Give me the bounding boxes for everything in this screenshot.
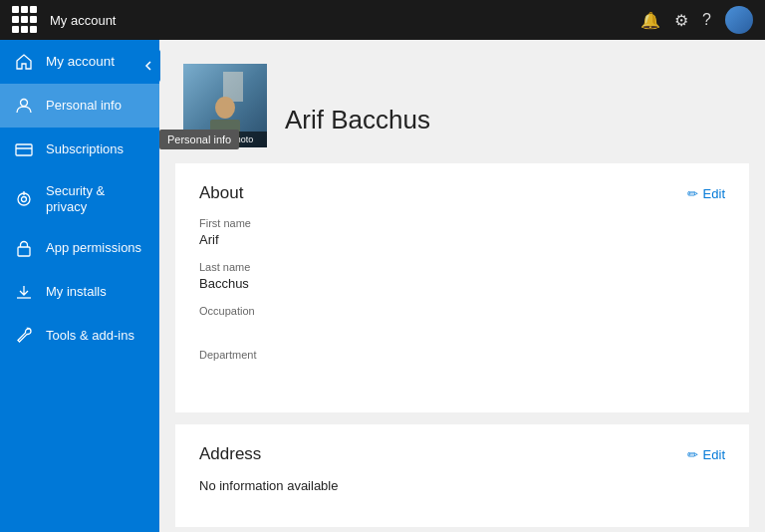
about-edit-button[interactable]: ✏ Edit bbox=[687, 186, 725, 201]
person-icon bbox=[14, 96, 34, 116]
profile-header: Change photo Arif Bacchus bbox=[159, 40, 765, 163]
lastname-label: Last name bbox=[199, 261, 725, 273]
content-area: Personal info bbox=[159, 40, 765, 532]
department-value bbox=[199, 364, 725, 379]
user-avatar[interactable] bbox=[725, 6, 753, 34]
sidebar-collapse-button[interactable] bbox=[136, 50, 160, 82]
sidebar: My account Personal info Subscriptions bbox=[0, 40, 159, 532]
svg-rect-6 bbox=[18, 247, 30, 256]
address-no-info: No information available bbox=[199, 478, 725, 493]
lastname-value: Bacchus bbox=[199, 276, 725, 291]
home-icon bbox=[14, 52, 34, 72]
occupation-field: Occupation bbox=[199, 305, 725, 335]
card-icon bbox=[14, 139, 34, 159]
sidebar-item-tools-addins[interactable]: Tools & add-ins bbox=[0, 314, 159, 358]
occupation-label: Occupation bbox=[199, 305, 725, 317]
app-title: My account bbox=[50, 13, 640, 28]
topbar: My account 🔔 ⚙ ? bbox=[0, 0, 765, 40]
download-icon bbox=[14, 282, 34, 302]
lock-icon bbox=[14, 238, 34, 258]
shield-icon bbox=[14, 189, 34, 209]
address-card: Address ✏ Edit No information available bbox=[175, 424, 749, 527]
sidebar-item-subscriptions[interactable]: Subscriptions bbox=[0, 128, 159, 171]
svg-point-4 bbox=[22, 196, 27, 201]
sidebar-item-app-permissions[interactable]: App permissions bbox=[0, 226, 159, 270]
address-title: Address bbox=[199, 444, 261, 464]
edit-pencil-icon: ✏ bbox=[687, 186, 698, 201]
svg-rect-1 bbox=[16, 144, 32, 155]
personal-info-tooltip: Personal info bbox=[159, 130, 239, 149]
about-title: About bbox=[199, 183, 243, 203]
address-card-header: Address ✏ Edit bbox=[199, 444, 725, 464]
lastname-field: Last name Bacchus bbox=[199, 261, 725, 291]
address-edit-button[interactable]: ✏ Edit bbox=[687, 447, 725, 462]
about-card: About ✏ Edit First name Arif Last name B… bbox=[175, 163, 749, 412]
firstname-label: First name bbox=[199, 217, 725, 229]
firstname-value: Arif bbox=[199, 232, 725, 247]
sidebar-item-security-privacy[interactable]: Security & privacy bbox=[0, 171, 159, 226]
sidebar-item-my-account[interactable]: My account bbox=[0, 40, 159, 84]
department-field: Department bbox=[199, 349, 725, 379]
sidebar-item-personal-info[interactable]: Personal info bbox=[0, 84, 159, 128]
apps-icon[interactable] bbox=[12, 6, 40, 34]
occupation-value bbox=[199, 320, 725, 335]
settings-icon[interactable]: ⚙ bbox=[674, 11, 688, 30]
svg-point-0 bbox=[21, 100, 28, 107]
svg-point-10 bbox=[215, 97, 235, 119]
no-info-label: No information available bbox=[199, 478, 725, 493]
address-edit-icon: ✏ bbox=[687, 447, 698, 462]
sidebar-item-my-installs[interactable]: My installs bbox=[0, 270, 159, 314]
main-layout: My account Personal info Subscriptions bbox=[0, 40, 765, 532]
department-label: Department bbox=[199, 349, 725, 361]
about-card-header: About ✏ Edit bbox=[199, 183, 725, 203]
topbar-actions: 🔔 ⚙ ? bbox=[640, 6, 753, 34]
profile-name: Arif Bacchus bbox=[285, 105, 430, 147]
firstname-field: First name Arif bbox=[199, 217, 725, 247]
wrench-icon bbox=[14, 326, 34, 346]
notifications-icon[interactable]: 🔔 bbox=[640, 11, 660, 30]
help-icon[interactable]: ? bbox=[702, 11, 711, 29]
